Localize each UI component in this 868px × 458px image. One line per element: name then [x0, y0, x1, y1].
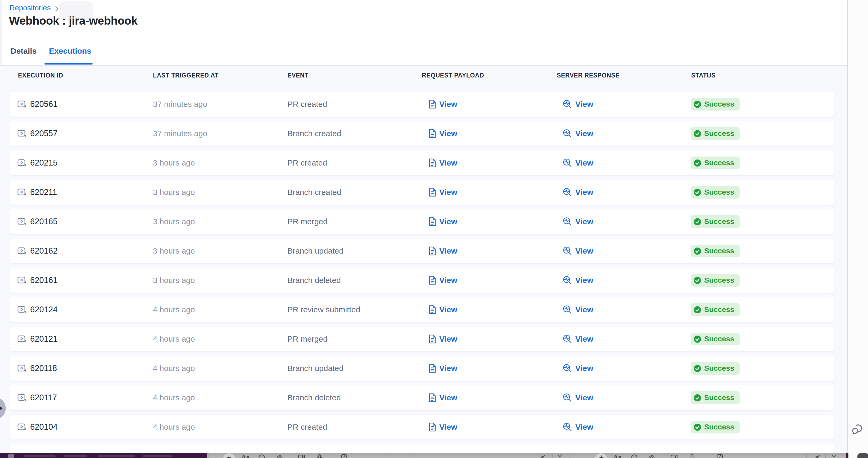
- chat-bubbles-icon[interactable]: [851, 422, 865, 437]
- view-link-label: View: [575, 217, 593, 226]
- event-label: Branch updated: [287, 356, 343, 381]
- table-row: 620557 37 minutes ago Branch created Vie…: [9, 121, 834, 146]
- table-row: 620124 4 hours ago PR review submitted V…: [9, 297, 834, 322]
- status-badge: Success: [691, 186, 740, 199]
- view-link-label: View: [439, 364, 457, 373]
- tab-executions[interactable]: Executions: [49, 46, 91, 56]
- check-circle-icon: [693, 159, 701, 167]
- search-pulse-icon: [563, 129, 572, 138]
- column-header-server-response: SERVER RESPONSE: [557, 72, 620, 79]
- view-link-label: View: [439, 305, 457, 314]
- search-pulse-icon: [563, 334, 572, 344]
- play-frame-icon: [18, 247, 27, 255]
- status-label: Success: [704, 305, 734, 314]
- tab-details[interactable]: Details: [10, 46, 36, 56]
- event-label: PR merged: [287, 209, 328, 234]
- status-label: Success: [704, 276, 734, 285]
- server-response-view-link[interactable]: View: [563, 297, 593, 322]
- play-frame-icon: [18, 394, 27, 402]
- last-triggered-at: 4 hours ago: [153, 297, 195, 322]
- play-frame-icon: [18, 130, 27, 137]
- request-payload-view-link[interactable]: View: [429, 268, 457, 293]
- view-link-label: View: [575, 158, 593, 167]
- video-icon: [298, 454, 305, 458]
- last-triggered-at: 4 hours ago: [153, 415, 195, 439]
- check-circle-icon: [693, 100, 701, 108]
- status-badge: Success: [691, 274, 740, 287]
- video-icon: [671, 454, 678, 458]
- slash-command-icon: [717, 454, 723, 458]
- status-badge: Success: [691, 157, 740, 169]
- request-payload-view-link[interactable]: View: [429, 151, 457, 175]
- play-frame-icon: [18, 335, 27, 343]
- document-icon: [429, 129, 436, 138]
- text-format-icon: Aa: [613, 454, 622, 458]
- request-payload-view-link[interactable]: View: [429, 121, 457, 146]
- microphone-icon: [689, 454, 695, 458]
- view-link-label: View: [439, 188, 457, 197]
- server-response-view-link[interactable]: View: [563, 238, 593, 263]
- server-response-view-link[interactable]: View: [563, 268, 593, 293]
- status-label: Success: [704, 100, 734, 108]
- view-link-label: View: [575, 334, 593, 344]
- event-label: Branch updated: [287, 238, 343, 263]
- server-response-view-link[interactable]: View: [563, 415, 593, 439]
- table-row: 620161 3 hours ago Branch deleted View V…: [9, 268, 834, 293]
- server-response-view-link[interactable]: View: [563, 151, 593, 175]
- status-badge: Success: [691, 391, 740, 404]
- status-label: Success: [704, 423, 734, 431]
- status-label: Success: [704, 217, 734, 226]
- request-payload-view-link[interactable]: View: [429, 92, 457, 117]
- text-format-icon: Aa: [241, 454, 250, 458]
- execution-id: 620117: [30, 393, 57, 402]
- request-payload-view-link[interactable]: View: [429, 209, 457, 234]
- server-response-view-link[interactable]: View: [563, 121, 593, 146]
- check-circle-icon: [693, 306, 701, 314]
- background-purple-bar: [0, 453, 207, 458]
- last-triggered-at: 37 minutes ago: [153, 92, 207, 117]
- left-edge-strip: [0, 0, 2, 65]
- server-response-view-link[interactable]: View: [563, 356, 593, 381]
- view-link-label: View: [575, 100, 593, 109]
- last-triggered-at: 37 minutes ago: [153, 121, 207, 146]
- view-link-label: View: [439, 334, 457, 344]
- request-payload-view-link[interactable]: View: [429, 327, 457, 352]
- view-link-label: View: [575, 276, 593, 285]
- server-response-view-link[interactable]: View: [563, 385, 593, 410]
- server-response-view-link[interactable]: View: [563, 209, 593, 234]
- request-payload-view-link[interactable]: View: [429, 415, 457, 439]
- execution-id: 620561: [30, 99, 57, 109]
- table-row: 620561 37 minutes ago PR created View Vi…: [9, 92, 834, 117]
- view-link-label: View: [439, 423, 457, 431]
- table-row: 620162 3 hours ago Branch updated View V…: [9, 238, 834, 263]
- active-tab-underline: [44, 63, 93, 65]
- last-triggered-at: 4 hours ago: [153, 356, 195, 381]
- plus-icon: +: [226, 454, 231, 458]
- request-payload-view-link[interactable]: View: [429, 356, 457, 381]
- view-link-label: View: [575, 364, 593, 373]
- event-label: PR created: [287, 415, 327, 439]
- request-payload-view-link[interactable]: View: [429, 297, 457, 322]
- status-badge: Success: [691, 98, 740, 110]
- request-payload-view-link[interactable]: View: [429, 180, 457, 205]
- document-icon: [429, 334, 436, 344]
- view-link-label: View: [439, 217, 457, 226]
- execution-id: 620124: [30, 305, 57, 315]
- server-response-view-link[interactable]: View: [563, 327, 593, 352]
- view-link-label: View: [439, 393, 457, 402]
- execution-id: 620121: [30, 334, 57, 344]
- emoji-icon: [631, 454, 638, 458]
- event-label: Branch created: [287, 180, 341, 205]
- server-response-view-link[interactable]: View: [563, 180, 593, 205]
- status-label: Success: [704, 247, 734, 255]
- background-purple-edge: [846, 453, 848, 458]
- table-row: 620211 3 hours ago Branch created View V…: [9, 180, 834, 205]
- breadcrumb-repositories[interactable]: Repositories: [9, 4, 51, 12]
- request-payload-view-link[interactable]: View: [429, 238, 457, 263]
- status-badge: Success: [691, 303, 740, 316]
- column-header-last-triggered-at: LAST TRIGGERED AT: [153, 72, 219, 79]
- view-link-label: View: [439, 276, 457, 285]
- webhook-executions-page: Repositories Webhook : jira-webhook Deta…: [0, 0, 868, 458]
- server-response-view-link[interactable]: View: [563, 92, 593, 117]
- request-payload-view-link[interactable]: View: [429, 385, 457, 410]
